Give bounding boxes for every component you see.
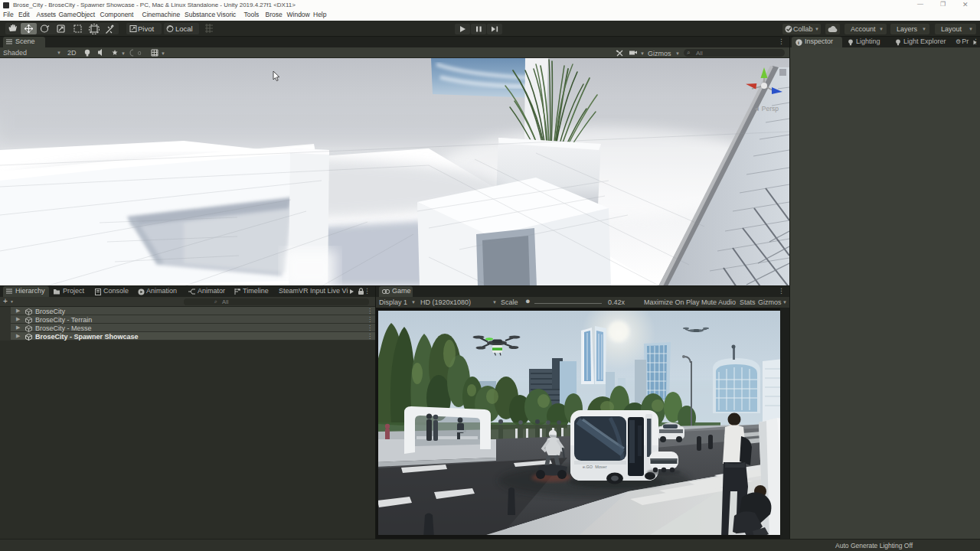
svg-text:▼: ▼ <box>121 51 126 56</box>
svg-text:i: i <box>798 40 799 46</box>
svg-text:Local: Local <box>175 24 193 33</box>
svg-text:▼: ▼ <box>640 51 645 56</box>
svg-text:Gizmos: Gizmos <box>648 50 671 57</box>
svg-text:◄ Persp: ◄ Persp <box>753 105 779 112</box>
svg-text:▼: ▼ <box>675 51 680 56</box>
svg-text:0: 0 <box>138 50 142 57</box>
svg-text:▼: ▼ <box>161 51 165 56</box>
svg-text:Pivot: Pivot <box>138 24 154 33</box>
svg-text:e.GO Mover: e.GO Mover <box>583 465 607 469</box>
